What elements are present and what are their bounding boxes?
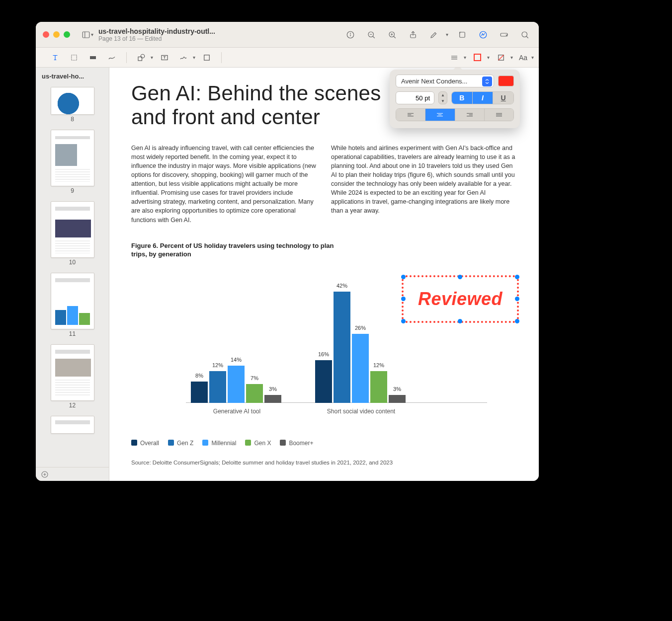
chart-bar-group: 8%12%14%7%3% — [191, 366, 281, 403]
main-body: us-travel-ho... 8 9 — [36, 68, 539, 481]
legend-swatch — [168, 440, 174, 446]
underline-toggle[interactable]: U — [493, 92, 513, 104]
shapes-menu-button[interactable] — [134, 51, 149, 65]
sidebar-add-page-button[interactable] — [36, 467, 109, 481]
chart-bar-value: 7% — [251, 375, 258, 381]
font-style-button[interactable]: Aa — [517, 51, 529, 65]
legend-swatch — [280, 440, 286, 446]
column-left: Gen AI is already influencing travel, wi… — [131, 144, 317, 225]
thumb-label: 11 — [51, 330, 94, 337]
text-box-tool-button[interactable] — [157, 51, 172, 65]
fullscreen-window-button[interactable] — [64, 31, 70, 38]
resize-handle[interactable] — [401, 275, 406, 279]
chart-bar: 42% — [334, 292, 350, 403]
chart-bar-value: 12% — [373, 362, 384, 368]
zoom-in-button[interactable] — [385, 28, 399, 42]
resize-handle[interactable] — [515, 297, 519, 301]
annotation-text: Reviewed — [418, 289, 503, 310]
stepper-down-icon[interactable]: ▼ — [439, 98, 447, 104]
page-thumbnail[interactable] — [51, 201, 94, 258]
chart-bar-value: 3% — [393, 386, 401, 392]
legend-item: Overall — [131, 440, 159, 447]
text-select-tool-button[interactable] — [48, 51, 63, 65]
resize-handle[interactable] — [458, 319, 462, 323]
line-style-button[interactable] — [447, 51, 462, 65]
bold-toggle[interactable]: B — [452, 92, 473, 104]
font-size-value: 50 pt — [416, 94, 430, 102]
highlight-button[interactable] — [427, 28, 441, 42]
page-thumbnail[interactable] — [51, 273, 94, 329]
minimize-window-button[interactable] — [53, 31, 60, 38]
markup-toolbar: ▾ ▾ ▾ ▾ ▾ Aa▾ — [36, 48, 539, 68]
zoom-out-button[interactable] — [364, 28, 378, 42]
page-thumbnail[interactable] — [51, 344, 94, 401]
highlight-menu-chevron-icon[interactable]: ▾ — [446, 32, 448, 37]
markup-button[interactable] — [476, 28, 490, 42]
rotate-button[interactable] — [455, 28, 469, 42]
close-window-button[interactable] — [43, 31, 49, 38]
shapes-chevron-icon[interactable]: ▾ — [151, 55, 153, 60]
text-align-segmented — [396, 108, 514, 121]
resize-handle[interactable] — [401, 297, 406, 301]
thumbnail-list[interactable]: 8 9 10 — [36, 84, 109, 467]
page-thumbnail[interactable] — [51, 130, 94, 186]
sketch-tool-button[interactable] — [104, 51, 119, 65]
sign-tool-button[interactable] — [176, 51, 191, 65]
font-style-chevron-icon[interactable]: ▾ — [531, 55, 534, 60]
document-subtitle: Page 13 of 16 — Edited — [98, 35, 215, 42]
line-style-chevron-icon[interactable]: ▾ — [464, 55, 466, 60]
chart-category-label: Generative AI tool — [191, 408, 283, 415]
svg-point-21 — [141, 54, 145, 58]
page-thumbnail[interactable] — [51, 87, 94, 115]
document-viewport[interactable]: Gen AI: Behind the scenes and front and … — [109, 68, 539, 481]
resize-handle[interactable] — [401, 319, 406, 323]
svg-rect-18 — [72, 55, 77, 60]
fill-color-button[interactable] — [494, 51, 508, 65]
chart-bar-value: 26% — [355, 325, 366, 331]
chart-bar: 8% — [191, 382, 208, 403]
italic-toggle[interactable]: I — [473, 92, 494, 104]
info-button[interactable] — [343, 28, 357, 42]
traffic-lights — [43, 31, 70, 38]
font-size-field[interactable]: 50 pt — [396, 91, 434, 104]
page-thumbnail[interactable] — [51, 416, 94, 434]
rect-select-tool-button[interactable] — [67, 51, 82, 65]
chart-bar: 16% — [315, 360, 332, 402]
reviewed-annotation[interactable]: Reviewed — [402, 275, 519, 323]
form-fill-button[interactable] — [497, 28, 511, 42]
chart-source: Source: Deloitte ConsumerSignals; Deloit… — [131, 460, 517, 466]
chart-category-label: Short social video content — [315, 408, 407, 415]
sign-chevron-icon[interactable]: ▾ — [193, 55, 195, 60]
titlebar: ▾ us-travel-hospitality-industry-outl...… — [36, 22, 539, 48]
svg-rect-13 — [460, 32, 465, 37]
font-style-popover: Avenir Next Condens... 50 pt ▲▼ B I U — [390, 70, 520, 128]
fill-color-chevron-icon[interactable]: ▾ — [510, 55, 513, 60]
chart-bar-value: 8% — [195, 373, 203, 379]
stepper-up-icon[interactable]: ▲ — [439, 92, 447, 98]
align-left-button[interactable] — [396, 109, 425, 121]
align-right-button[interactable] — [455, 109, 485, 121]
sidebar-doc-title: us-travel-ho... — [36, 68, 109, 84]
svg-line-9 — [394, 36, 396, 38]
border-color-button[interactable] — [470, 51, 485, 65]
align-center-button[interactable] — [425, 109, 455, 121]
resize-handle[interactable] — [515, 275, 519, 279]
share-button[interactable] — [406, 28, 420, 42]
resize-handle[interactable] — [458, 275, 462, 279]
sidebar-menu-chevron-icon[interactable]: ▾ — [91, 32, 93, 37]
page-heading: Gen AI: Behind the scenes and front and … — [131, 81, 390, 130]
redact-tool-button[interactable] — [85, 51, 100, 65]
font-family-value: Avenir Next Condens... — [401, 78, 467, 85]
text-color-swatch[interactable] — [498, 76, 514, 86]
resize-handle[interactable] — [515, 319, 519, 323]
font-family-select[interactable]: Avenir Next Condens... — [396, 75, 494, 87]
border-color-chevron-icon[interactable]: ▾ — [487, 55, 490, 60]
note-tool-button[interactable] — [199, 51, 214, 65]
font-size-stepper[interactable]: ▲▼ — [438, 91, 447, 104]
legend-item: Millennial — [202, 440, 236, 447]
chart-bar-value: 16% — [318, 351, 329, 357]
svg-line-17 — [526, 36, 528, 38]
align-justify-button[interactable] — [485, 109, 513, 121]
search-button[interactable] — [518, 28, 532, 42]
legend-swatch — [131, 440, 137, 446]
